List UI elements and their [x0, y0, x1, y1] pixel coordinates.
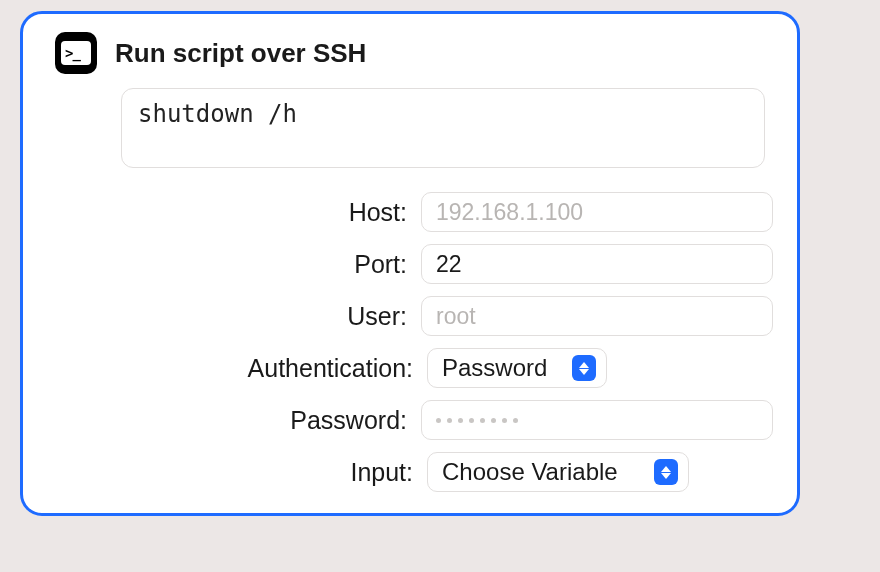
password-label: Password: [47, 406, 421, 435]
input-label: Input: [47, 458, 427, 487]
chevron-updown-icon [654, 459, 678, 485]
user-input[interactable] [421, 296, 773, 336]
row-user: User: [47, 296, 773, 336]
svg-marker-2 [661, 466, 671, 472]
form-rows: Host: Port: User: Authentication: Passwo… [47, 192, 773, 492]
svg-marker-0 [579, 362, 589, 368]
svg-marker-1 [579, 369, 589, 375]
input-variable-select[interactable]: Choose Variable [427, 452, 689, 492]
card-header: >_ Run script over SSH [55, 32, 773, 74]
action-title: Run script over SSH [115, 38, 366, 69]
password-input[interactable] [421, 400, 773, 440]
input-variable-selected: Choose Variable [442, 458, 618, 486]
row-authentication: Authentication: Password [47, 348, 773, 388]
row-port: Port: [47, 244, 773, 284]
authentication-label: Authentication: [47, 354, 427, 383]
authentication-selected: Password [442, 354, 547, 382]
row-password: Password: [47, 400, 773, 440]
terminal-icon-glyph: >_ [61, 41, 91, 65]
row-host: Host: [47, 192, 773, 232]
host-label: Host: [47, 198, 421, 227]
port-input[interactable] [421, 244, 773, 284]
authentication-select[interactable]: Password [427, 348, 607, 388]
host-input[interactable] [421, 192, 773, 232]
port-label: Port: [47, 250, 421, 279]
row-input: Input: Choose Variable [47, 452, 773, 492]
user-label: User: [47, 302, 421, 331]
ssh-action-card: >_ Run script over SSH Host: Port: User:… [20, 11, 800, 516]
terminal-icon: >_ [55, 32, 97, 74]
svg-marker-3 [661, 473, 671, 479]
script-textarea[interactable] [121, 88, 765, 168]
chevron-updown-icon [572, 355, 596, 381]
